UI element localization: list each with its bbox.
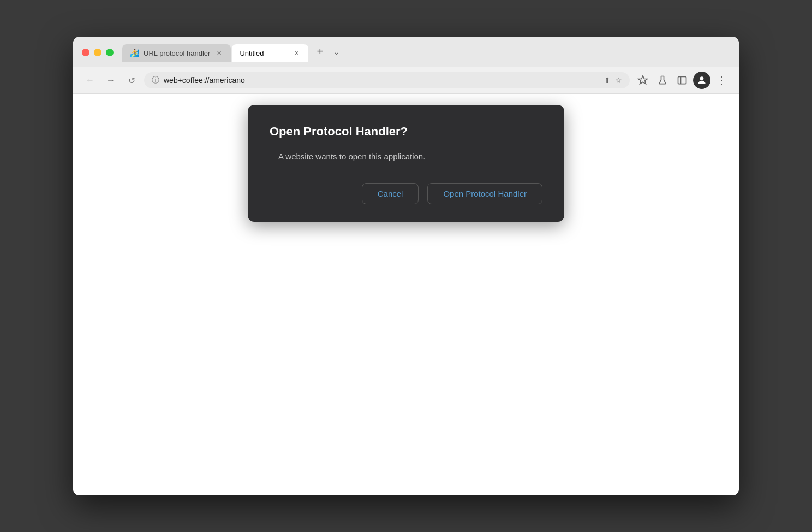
url-text: web+coffee://americano [164, 76, 600, 85]
tab-url-protocol-handler[interactable]: 🏄 URL protocol handler ✕ [122, 44, 231, 62]
extensions-button[interactable] [634, 72, 652, 89]
svg-rect-0 [678, 76, 686, 84]
dialog-buttons: Cancel Open Protocol Handler [270, 183, 542, 204]
address-bar[interactable]: ⓘ web+coffee://americano ⬆ ☆ [144, 72, 630, 88]
tabs-row: 🏄 URL protocol handler ✕ Untitled ✕ + ⌄ [122, 43, 344, 62]
bookmark-icon[interactable]: ☆ [615, 76, 622, 85]
page-content: Open Protocol Handler? A website wants t… [73, 94, 739, 495]
share-icon[interactable]: ⬆ [604, 76, 611, 85]
dialog: Open Protocol Handler? A website wants t… [248, 105, 564, 222]
forward-button[interactable]: → [103, 72, 119, 88]
more-button[interactable]: ⋮ [713, 72, 730, 89]
info-icon[interactable]: ⓘ [152, 75, 159, 85]
tab-favicon: 🏄 [130, 49, 139, 57]
toolbar: ← → ↺ ⓘ web+coffee://americano ⬆ ☆ [73, 67, 739, 94]
profile-button[interactable] [693, 72, 710, 89]
tab-close-active-button[interactable]: ✕ [292, 49, 301, 57]
toolbar-icons: ⋮ [634, 72, 730, 89]
tab-dropdown-button[interactable]: ⌄ [329, 44, 344, 60]
minimize-button[interactable] [94, 49, 101, 56]
open-protocol-handler-button[interactable]: Open Protocol Handler [427, 183, 542, 204]
dialog-message: A website wants to open this application… [270, 152, 542, 161]
lab-button[interactable] [654, 72, 671, 89]
modal-overlay: Open Protocol Handler? A website wants t… [73, 94, 739, 495]
more-icon: ⋮ [717, 74, 726, 86]
window-controls-row: 🏄 URL protocol handler ✕ Untitled ✕ + ⌄ [82, 43, 730, 62]
maximize-button[interactable] [106, 49, 114, 56]
tab-title-active: Untitled [240, 49, 288, 57]
reload-button[interactable]: ↺ [123, 72, 140, 88]
title-bar: 🏄 URL protocol handler ✕ Untitled ✕ + ⌄ [73, 37, 739, 67]
back-button[interactable]: ← [82, 72, 98, 88]
svg-point-2 [700, 76, 704, 80]
browser-window: 🏄 URL protocol handler ✕ Untitled ✕ + ⌄ … [73, 37, 739, 495]
close-button[interactable] [82, 49, 89, 56]
tab-title: URL protocol handler [144, 49, 210, 57]
new-tab-button[interactable]: + [312, 43, 328, 60]
sidebar-button[interactable] [673, 72, 691, 89]
dialog-title: Open Protocol Handler? [270, 125, 542, 139]
tab-untitled[interactable]: Untitled ✕ [232, 44, 308, 62]
tab-close-button[interactable]: ✕ [214, 49, 223, 57]
traffic-lights [82, 49, 114, 56]
cancel-button[interactable]: Cancel [362, 183, 419, 204]
